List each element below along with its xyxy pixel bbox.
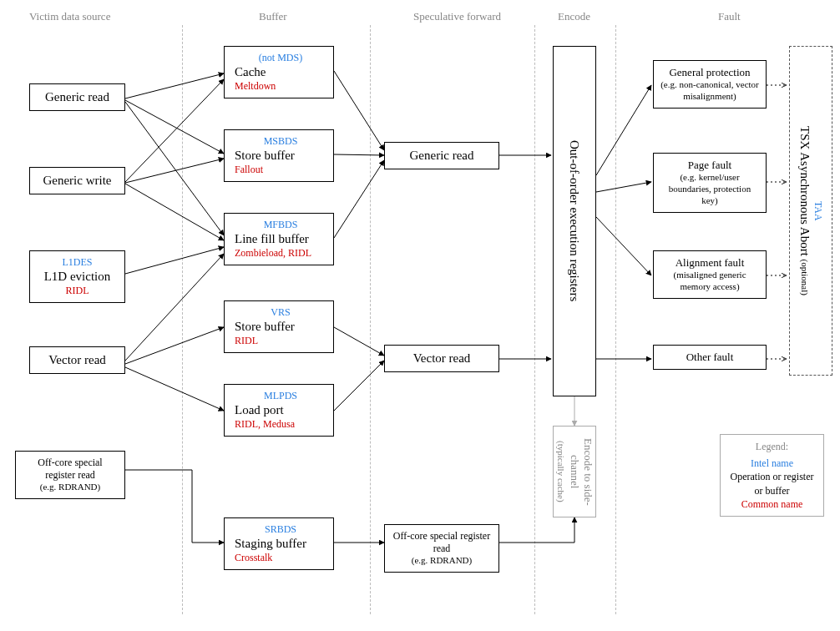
fault-page-fault: Page fault (e.g. kernel/user boundaries,… <box>653 153 767 213</box>
sublabel: (e.g. kernel/user boundaries, protection… <box>660 172 759 206</box>
buffer-staging: SRBDS Staging buffer Crosstalk <box>224 517 334 570</box>
svg-line-5 <box>125 184 224 240</box>
common-label: RIDL, Medusa <box>235 418 326 431</box>
svg-line-12 <box>334 160 384 238</box>
divider-1 <box>182 25 183 614</box>
svg-line-21 <box>596 217 651 275</box>
sublabel: (typically cache) <box>556 441 566 502</box>
legend-box: Legend: Intel name Operation or register… <box>720 434 824 517</box>
intel-label: SRBDS <box>235 523 326 536</box>
col-fault-header: Fault <box>718 10 741 23</box>
common-label: RIDL <box>37 285 118 297</box>
svg-line-2 <box>125 102 224 235</box>
intel-label: MSBDS <box>235 135 326 148</box>
spec-generic-read: Generic read <box>384 142 499 169</box>
intel-label: L1DES <box>37 256 118 269</box>
label: Off-core special register read <box>392 530 492 555</box>
label: L1D eviction <box>37 269 118 285</box>
fault-alignment: Alignment fault (misaligned generic memo… <box>653 250 767 299</box>
sublabel: (e.g. RDRAND) <box>23 482 118 493</box>
legend-title: Legend: <box>729 440 815 453</box>
spec-vector-read: Vector read <box>384 345 499 372</box>
col-spec-header: Speculative forward <box>413 10 501 23</box>
common-label: RIDL <box>235 335 326 347</box>
svg-line-4 <box>125 159 224 183</box>
col-victim-header: Victim data source <box>29 10 110 23</box>
svg-line-10 <box>334 71 384 150</box>
buffer-load-port: MLPDS Load port RIDL, Medusa <box>224 384 334 437</box>
svg-line-13 <box>334 327 384 356</box>
label: Cache <box>235 64 326 80</box>
victim-l1d-eviction: L1DES L1D eviction RIDL <box>29 250 125 303</box>
common-label: Fallout <box>235 164 326 176</box>
label: Off-core special register read <box>23 457 118 482</box>
label: Store buffer <box>235 319 326 335</box>
label: Other fault <box>660 351 759 364</box>
svg-line-1 <box>125 100 224 154</box>
label: Vector read <box>37 352 118 368</box>
label: TSX Asynchronous Abort <box>798 126 812 256</box>
svg-line-3 <box>125 79 224 182</box>
intel-label: MLPDS <box>235 390 326 402</box>
buffer-line-fill: MFBDS Line fill buffer Zombieload, RIDL <box>224 213 334 265</box>
label: Store buffer <box>235 148 326 164</box>
divider-3 <box>534 25 535 614</box>
tsx-abort: TAA TSX Asynchronous Abort (optional) <box>789 46 832 376</box>
buffer-store-vrs: VRS Store buffer RIDL <box>224 300 334 353</box>
label: Line fill buffer <box>235 231 326 247</box>
svg-line-11 <box>334 154 384 155</box>
fault-other: Other fault <box>653 345 767 370</box>
label: Generic write <box>37 173 118 189</box>
legend-common: Common name <box>729 497 815 511</box>
sublabel: (misaligned generic memory access) <box>660 270 759 293</box>
svg-line-19 <box>596 85 651 175</box>
divider-4 <box>615 25 616 614</box>
intel-label: (not MDS) <box>235 52 326 64</box>
label: Generic read <box>37 89 118 105</box>
sublabel: (e.g. non-canonical, vector misalignment… <box>660 79 759 103</box>
legend-intel: Intel name <box>729 457 815 470</box>
svg-line-7 <box>125 254 224 361</box>
col-encode-header: Encode <box>558 10 590 23</box>
col-buffer-header: Buffer <box>259 10 287 23</box>
encode-ooo-registers: Out-of-order execution registers <box>553 46 596 396</box>
encode-side-channel: Encode to side-channel (typically cache) <box>553 426 596 517</box>
spec-offcore-read: Off-core special register read (e.g. RDR… <box>384 524 499 573</box>
label: Encode to side-channel <box>569 438 595 506</box>
intel-label: MFBDS <box>235 219 326 231</box>
label: Generic read <box>392 148 492 164</box>
svg-line-14 <box>334 361 384 411</box>
label: Out-of-order execution registers <box>567 140 582 301</box>
svg-line-9 <box>125 367 224 411</box>
label: Vector read <box>392 351 492 366</box>
legend-op: Operation or register or buffer <box>729 470 815 497</box>
fault-general-protection: General protection (e.g. non-canonical, … <box>653 60 767 109</box>
svg-line-0 <box>125 73 224 98</box>
sublabel: (e.g. RDRAND) <box>392 555 492 567</box>
label: Load port <box>235 402 326 418</box>
divider-2 <box>370 25 371 614</box>
victim-generic-write: Generic write <box>29 167 125 194</box>
intel-label: TAA <box>812 126 824 295</box>
svg-line-20 <box>596 182 651 192</box>
common-label: Zombieload, RIDL <box>235 247 326 260</box>
victim-generic-read: Generic read <box>29 83 125 111</box>
common-label: Meltdown <box>235 80 326 93</box>
intel-label: VRS <box>235 306 326 319</box>
label: Staging buffer <box>235 536 326 552</box>
label: Page fault <box>660 159 759 172</box>
sublabel: (optional) <box>800 260 810 295</box>
svg-line-6 <box>125 247 224 274</box>
label: General protection <box>660 66 759 79</box>
label: Alignment fault <box>660 256 759 270</box>
buffer-cache: (not MDS) Cache Meltdown <box>224 46 334 98</box>
buffer-store-msbds: MSBDS Store buffer Fallout <box>224 129 334 182</box>
victim-vector-read: Vector read <box>29 346 125 374</box>
common-label: Crosstalk <box>235 552 326 564</box>
victim-offcore-read: Off-core special register read (e.g. RDR… <box>15 451 125 499</box>
svg-line-8 <box>125 327 224 364</box>
